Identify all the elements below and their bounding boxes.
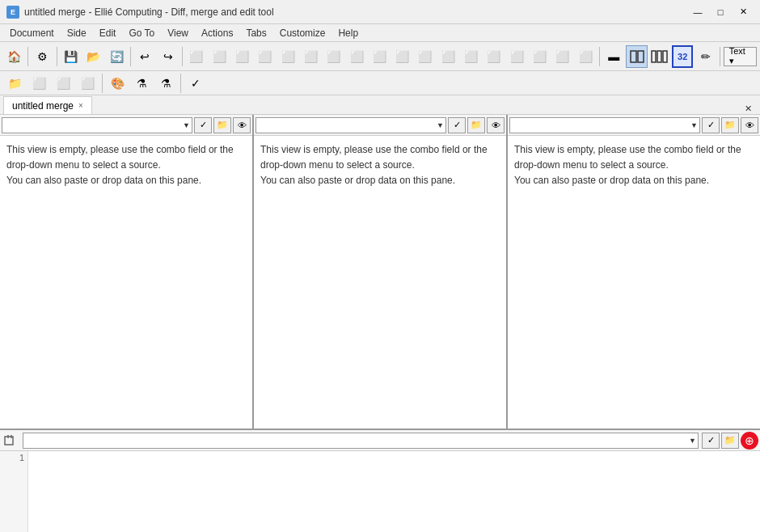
redo-button[interactable]: ↪ (158, 45, 179, 68)
diff-btn6[interactable]: ⬜ (300, 45, 321, 68)
menu-actions[interactable]: Actions (195, 26, 239, 40)
right-pane: ▼ ✓ 📁 👁 This view is empty, please use t… (508, 115, 760, 429)
tb2-btn2[interactable]: ⬜ (27, 72, 50, 95)
tb2-btn3[interactable]: ⬜ (52, 72, 74, 95)
diff-btn8[interactable]: ⬜ (346, 45, 367, 68)
untitled-merge-tab[interactable]: untitled merge × (3, 96, 92, 114)
app-icon: E (6, 6, 19, 19)
line-number-1: 1 (3, 453, 24, 462)
center-pane-msg1: This view is empty, please use the combo… (260, 144, 488, 155)
diff-btn10[interactable]: ⬜ (392, 45, 413, 68)
right-pane-content: This view is empty, please use the combo… (508, 136, 760, 429)
separator3 (130, 47, 131, 66)
right-pane-eye-btn[interactable]: 👁 (741, 117, 758, 133)
diff-btn5[interactable]: ⬜ (277, 45, 298, 68)
center-pane: ▼ ✓ 📁 👁 This view is empty, please use t… (254, 115, 508, 429)
diff-btn17[interactable]: ⬜ (552, 45, 573, 68)
center-pane-eye-btn[interactable]: 👁 (487, 117, 505, 133)
left-pane-content: This view is empty, please use the combo… (0, 136, 252, 429)
menu-tabs[interactable]: Tabs (239, 26, 272, 40)
right-pane-validate-btn[interactable]: ✓ (702, 117, 720, 133)
diff-btn4[interactable]: ⬜ (255, 45, 276, 68)
diff-btn12[interactable]: ⬜ (437, 45, 458, 68)
menu-help[interactable]: Help (331, 26, 365, 40)
diff-btn3[interactable]: ⬜ (231, 45, 252, 68)
menu-customize[interactable]: Customize (273, 26, 332, 40)
32-btn[interactable]: 32 (672, 45, 693, 68)
right-pane-folder-btn[interactable]: 📁 (721, 117, 739, 133)
edit-btn[interactable]: ✏ (695, 45, 716, 68)
tb2-open-btn[interactable]: 📁 (3, 72, 26, 95)
diff-btn1[interactable]: ⬜ (186, 45, 207, 68)
left-pane-msg3: You can also paste or drop data on this … (6, 175, 201, 186)
line-numbers: 1 (0, 451, 28, 532)
bottom-combo[interactable]: ▼ (23, 433, 699, 449)
tb2-check-btn[interactable]: ✓ (184, 72, 207, 95)
menu-edit[interactable]: Edit (93, 26, 123, 40)
center-pane-folder-btn[interactable]: 📁 (467, 117, 485, 133)
bottom-folder-btn[interactable]: 📁 (721, 433, 739, 449)
tb2-filter-btn2[interactable]: ⚗ (154, 72, 177, 95)
diff-btn9[interactable]: ⬜ (369, 45, 390, 68)
left-pane-validate-btn[interactable]: ✓ (194, 117, 212, 133)
center-pane-validate-btn[interactable]: ✓ (448, 117, 466, 133)
tab-label: untitled merge (12, 100, 74, 112)
home-button[interactable]: 🏠 (3, 45, 24, 68)
tab-close-button[interactable]: × (78, 101, 83, 110)
diff-btn14[interactable]: ⬜ (483, 45, 505, 68)
two-pane-btn[interactable] (626, 45, 647, 68)
bottom-merge-pane: ▼ ✓ 📁 ⊕ 1 (0, 430, 760, 532)
tb2-filter-btn[interactable]: ⚗ (130, 72, 153, 95)
right-pane-toolbar: ▼ ✓ 📁 👁 (508, 115, 760, 136)
right-combo-arrow: ▼ (690, 121, 698, 129)
menu-goto[interactable]: Go To (122, 26, 161, 40)
diff-btn2[interactable]: ⬜ (209, 45, 230, 68)
bottom-red-circle-btn[interactable]: ⊕ (741, 432, 758, 450)
tb2-btn4[interactable]: ⬜ (76, 72, 99, 95)
close-all-tabs-button[interactable]: ✕ (740, 103, 757, 114)
save-button[interactable]: 💾 (60, 45, 81, 68)
maximize-button[interactable]: □ (710, 4, 731, 20)
diff-btn13[interactable]: ⬜ (460, 45, 481, 68)
title-bar: E untitled merge - Ellié Computing - Dif… (0, 0, 760, 24)
editor-area[interactable] (28, 451, 760, 532)
tb2-color-btn[interactable]: 🎨 (106, 72, 129, 95)
toolbar1: 🏠 ⚙ 💾 📂 🔄 ↩ ↪ ⬜ ⬜ ⬜ ⬜ ⬜ ⬜ ⬜ ⬜ ⬜ ⬜ ⬜ ⬜ ⬜ … (0, 42, 760, 71)
diff-btn16[interactable]: ⬜ (529, 45, 550, 68)
single-pane-btn[interactable]: ▬ (603, 45, 624, 68)
diff-btn15[interactable]: ⬜ (506, 45, 527, 68)
undo-button[interactable]: ↩ (134, 45, 155, 68)
menu-view[interactable]: View (161, 26, 195, 40)
menu-side[interactable]: Side (61, 26, 93, 40)
close-button[interactable]: ✕ (733, 4, 754, 20)
left-pane-combo[interactable]: ▼ (2, 117, 192, 133)
center-pane-combo[interactable]: ▼ (255, 117, 446, 133)
title-left: E untitled merge - Ellié Computing - Dif… (6, 6, 274, 19)
toolbar2: 📁 ⬜ ⬜ ⬜ 🎨 ⚗ ⚗ ✓ (0, 71, 760, 95)
three-pane-btn[interactable] (649, 45, 670, 68)
diff-btn7[interactable]: ⬜ (323, 45, 344, 68)
svg-rect-0 (631, 51, 636, 62)
bottom-content-area: 1 (0, 451, 760, 532)
tb2-sep1 (102, 74, 103, 93)
text-mode-button[interactable]: Text ▾ (724, 47, 757, 66)
text-mode-label: Text ▾ (729, 46, 751, 66)
svg-rect-3 (657, 51, 661, 62)
settings-button[interactable]: ⚙ (32, 45, 53, 68)
center-pane-msg3: You can also paste or drop data on this … (260, 175, 455, 186)
bottom-edit-icon (2, 433, 19, 449)
left-pane-folder-btn[interactable]: 📁 (213, 117, 231, 133)
left-pane-eye-btn[interactable]: 👁 (233, 117, 251, 133)
menu-document[interactable]: Document (3, 26, 61, 40)
right-pane-combo[interactable]: ▼ (509, 117, 700, 133)
bottom-validate-btn[interactable]: ✓ (702, 433, 720, 449)
refresh-button[interactable]: 🔄 (106, 45, 127, 68)
open-button[interactable]: 📂 (83, 45, 104, 68)
bottom-pane-toolbar: ▼ ✓ 📁 ⊕ (0, 430, 760, 451)
diff-btn18[interactable]: ⬜ (575, 45, 596, 68)
separator1 (27, 47, 28, 66)
minimize-button[interactable]: — (687, 4, 708, 20)
diff-btn11[interactable]: ⬜ (415, 45, 436, 68)
bottom-combo-arrow: ▼ (689, 437, 696, 445)
right-pane-msg3: You can also paste or drop data on this … (514, 175, 709, 186)
